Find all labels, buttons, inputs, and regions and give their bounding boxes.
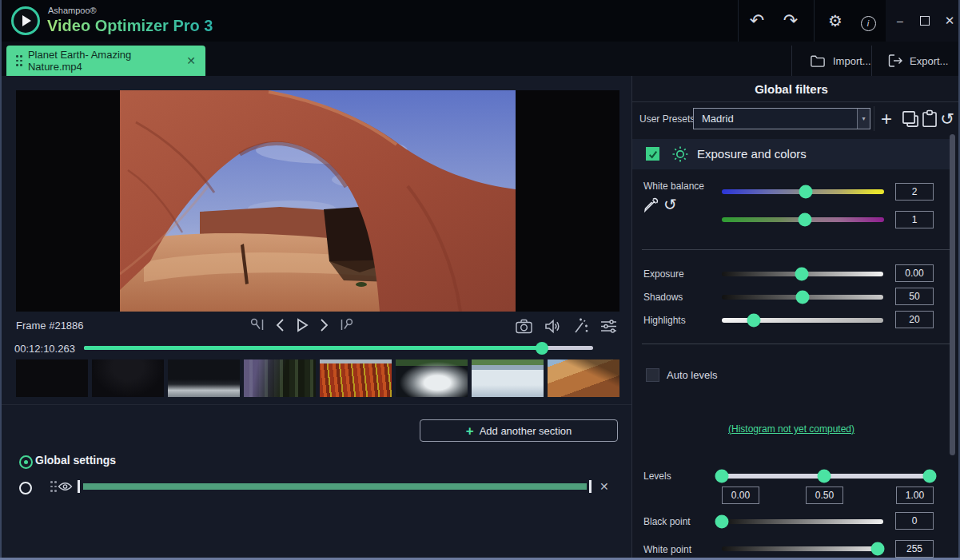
settings-gear-icon[interactable]: ⚙ (824, 10, 846, 32)
white-point-value[interactable]: 255 (895, 540, 934, 558)
preset-value: Madrid (702, 113, 857, 125)
add-preset-icon[interactable]: + (876, 109, 897, 129)
app-logo (11, 6, 40, 35)
exposure-section-title: Exposure and colors (697, 147, 807, 161)
black-point-slider[interactable] (722, 519, 883, 524)
export-icon (887, 54, 903, 68)
thumbnail-4[interactable] (244, 359, 316, 397)
video-preview[interactable] (16, 90, 619, 312)
section-visibility-eye-icon[interactable] (58, 481, 73, 492)
timecode-label: 00:12:10.263 (14, 343, 75, 355)
adjustments-icon[interactable] (600, 318, 618, 335)
import-button[interactable]: Import... (810, 46, 871, 76)
wb-temperature-thumb[interactable] (799, 185, 813, 199)
levels-high-value[interactable]: 1.00 (896, 487, 934, 504)
wb-tint-slider[interactable] (722, 217, 884, 222)
exposure-label: Exposure (643, 268, 684, 280)
section-delete-icon[interactable]: ✕ (600, 480, 609, 493)
section-marker-icon[interactable] (19, 482, 32, 494)
highlights-thumb[interactable] (747, 314, 761, 328)
wb-temperature-slider[interactable] (722, 189, 884, 194)
titlebar: Ashampoo® Video Optimizer Pro 3 ↶ ↷ ⚙ i … (0, 0, 960, 42)
tab-drag-handle-icon[interactable] (16, 55, 22, 66)
levels-low-value[interactable]: 0.00 (722, 487, 759, 504)
exposure-value[interactable]: 0.00 (895, 264, 934, 282)
thumbnail-3[interactable] (168, 359, 240, 397)
volume-icon[interactable] (544, 318, 561, 335)
wb-tint-value[interactable]: 1 (895, 211, 934, 228)
exposure-thumb[interactable] (795, 268, 809, 281)
section-range-bar[interactable] (83, 483, 587, 490)
redo-button[interactable]: ↷ (779, 10, 802, 32)
thumbnail-8[interactable] (548, 359, 619, 397)
black-point-thumb[interactable] (715, 515, 729, 529)
panel-scrollbar[interactable] (950, 134, 955, 455)
shadows-value[interactable]: 50 (895, 288, 934, 305)
minimize-button[interactable]: – (891, 13, 909, 29)
snapshot-camera-icon[interactable] (515, 318, 533, 335)
transport-controls (248, 316, 357, 334)
levels-slider[interactable] (722, 474, 930, 479)
white-balance-reset-icon[interactable]: ↺ (663, 195, 677, 214)
thumbnail-7[interactable] (472, 359, 544, 397)
pin-section-end-icon[interactable] (337, 316, 357, 334)
thumbnail-6[interactable] (396, 359, 468, 397)
eyedropper-icon[interactable] (643, 197, 659, 213)
maximize-button[interactable] (916, 13, 934, 29)
panel-divider (632, 101, 960, 102)
previous-frame-button[interactable] (273, 316, 288, 334)
video-frame-canyon-arch (120, 90, 516, 312)
tabbar: Planet Earth- Amazing Nature.mp4 ✕ Impor… (0, 42, 960, 76)
exposure-section-checkbox[interactable] (646, 147, 659, 161)
thumbnail-1[interactable] (16, 359, 88, 397)
wb-tint-thumb[interactable] (799, 213, 812, 227)
pin-section-start-icon[interactable] (248, 316, 267, 334)
dropdown-arrow-icon[interactable]: ▾ (857, 109, 870, 129)
copy-preset-icon[interactable] (900, 109, 921, 129)
levels-low-thumb[interactable] (715, 470, 729, 483)
shadows-thumb[interactable] (796, 291, 810, 304)
info-icon[interactable]: i (857, 10, 879, 32)
levels-mid-value[interactable]: 0.50 (806, 487, 843, 504)
video-tab[interactable]: Planet Earth- Amazing Nature.mp4 ✕ (6, 46, 205, 76)
timeline-thumb[interactable] (536, 342, 548, 355)
exposure-slider[interactable] (722, 272, 883, 276)
frame-number-label: Frame #21886 (16, 320, 84, 332)
folder-icon (810, 54, 827, 68)
highlights-slider[interactable] (722, 318, 883, 323)
close-button[interactable]: ✕ (941, 13, 958, 29)
timeline-slider[interactable] (84, 346, 593, 350)
section-range-end-handle[interactable] (589, 480, 592, 493)
play-button[interactable] (294, 316, 310, 334)
shadows-slider[interactable] (722, 295, 883, 300)
histogram-link[interactable]: (Histogram not yet computed) (631, 423, 951, 435)
group-divider (642, 249, 950, 250)
window-controls: – ✕ (886, 0, 960, 42)
white-point-slider[interactable] (722, 546, 883, 551)
presets-dropdown[interactable]: Madrid ▾ (693, 108, 870, 129)
highlights-value[interactable]: 20 (895, 311, 934, 328)
panel-title: Global filters (631, 82, 951, 96)
white-point-thumb[interactable] (871, 542, 885, 556)
tab-close-icon[interactable]: ✕ (186, 54, 196, 67)
section-range-start-handle[interactable] (78, 480, 80, 493)
add-section-button[interactable]: + Add another section (420, 419, 618, 442)
checkmark-icon (648, 149, 658, 159)
thumbnail-2[interactable] (92, 359, 164, 397)
next-frame-button[interactable] (317, 316, 331, 334)
reset-presets-icon[interactable]: ↺ (937, 109, 958, 129)
global-settings-target-icon (19, 455, 33, 469)
export-button[interactable]: Export... (887, 46, 948, 76)
timeline-progress (84, 346, 542, 350)
sun-icon (671, 145, 690, 164)
levels-high-thumb[interactable] (923, 470, 937, 483)
thumbnail-5[interactable] (320, 359, 392, 397)
magic-wand-icon[interactable] (572, 317, 589, 335)
auto-levels-checkbox[interactable] (646, 368, 659, 382)
black-point-label: Black point (643, 516, 691, 527)
undo-button[interactable]: ↶ (746, 10, 768, 32)
levels-mid-thumb[interactable] (818, 470, 831, 483)
black-point-value[interactable]: 0 (895, 512, 934, 530)
wb-temperature-value[interactable]: 2 (895, 183, 934, 201)
white-point-label: White point (643, 544, 691, 555)
